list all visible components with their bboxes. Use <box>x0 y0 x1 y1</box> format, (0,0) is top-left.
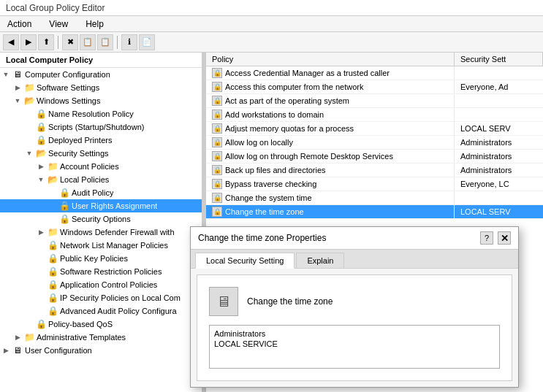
tree-node-software-restriction[interactable]: 🔒 Software Restriction Policies <box>0 265 202 278</box>
tree-node-windows-defender[interactable]: ▶ 📁 Windows Defender Firewall with <box>0 226 202 239</box>
tree-node-app-control[interactable]: 🔒 Application Control Policies <box>0 278 202 291</box>
list-row[interactable]: 🔒 Add workstations to domain <box>206 108 543 122</box>
list-cell-security-4: LOCAL SERV <box>455 122 543 135</box>
tree-expand-public-key[interactable] <box>35 253 47 264</box>
toolbar-refresh[interactable]: 📋 <box>97 34 113 50</box>
list-cell-security-1: Everyone, Ad <box>455 80 543 93</box>
tree-icon-audit-policy: 🔒 <box>58 187 70 199</box>
tree-expand-security-settings[interactable]: ▼ <box>23 147 35 159</box>
tree-label-scripts: Scripts (Startup/Shutdown) <box>48 123 144 131</box>
toolbar-properties[interactable]: 📋 <box>80 34 96 50</box>
tree-expand-windows-settings[interactable]: ▼ <box>12 95 23 107</box>
tree-expand-admin-templates[interactable]: ▶ <box>12 331 23 343</box>
tree-expand-local-policies[interactable]: ▼ <box>35 174 47 185</box>
dialog-close-button[interactable]: ✕ <box>498 231 511 245</box>
dialog-tab-local-security[interactable]: Local Security Setting <box>195 253 295 269</box>
tree-node-user-rights[interactable]: 🔒 User Rights Assignment <box>0 199 202 212</box>
tree-expand-computer-config[interactable]: ▼ <box>0 69 12 80</box>
list-cell-policy-2: 🔒 Act as part of the operating system <box>206 94 455 107</box>
toolbar-info[interactable]: ℹ <box>121 34 137 50</box>
tree-expand-scripts[interactable] <box>23 121 35 133</box>
tree-expand-software-restriction[interactable] <box>35 266 47 277</box>
tree-node-advanced-audit[interactable]: 🔒 Advanced Audit Policy Configura <box>0 304 202 318</box>
menu-help[interactable]: Help <box>81 18 108 31</box>
menu-view[interactable]: View <box>45 18 72 31</box>
tree-label-public-key: Public Key Policies <box>60 254 128 263</box>
tree-node-admin-templates[interactable]: ▶ 📁 Administrative Templates <box>0 331 202 344</box>
tree-expand-deployed-printers[interactable] <box>23 134 35 146</box>
tree-expand-network-list[interactable] <box>35 239 47 251</box>
toolbar-forward[interactable]: ▶ <box>20 34 37 50</box>
tree-node-computer-config[interactable]: ▼ 🖥 Computer Configuration <box>0 68 202 81</box>
tree-node-network-list[interactable]: 🔒 Network List Manager Policies <box>0 239 202 252</box>
tree-container: ▼ 🖥 Computer Configuration ▶ 📁 Software … <box>0 68 202 357</box>
tree-expand-name-resolution[interactable] <box>23 108 35 120</box>
tree-expand-policy-qos[interactable] <box>23 318 35 330</box>
list-row[interactable]: 🔒 Allow log on locally Administrators <box>206 136 543 150</box>
tree-node-security-options[interactable]: 🔒 Security Options <box>0 212 202 226</box>
tree-node-policy-qos[interactable]: 🔒 Policy-based QoS <box>0 318 202 331</box>
tree-label-local-policies: Local Policies <box>60 175 109 184</box>
toolbar-up[interactable]: ⬆ <box>38 34 54 50</box>
tree-node-name-resolution[interactable]: 🔒 Name Resolution Policy <box>0 107 202 120</box>
tree-node-audit-policy[interactable]: 🔒 Audit Policy <box>0 186 202 199</box>
title-text: Local Group Policy Editor <box>6 3 105 13</box>
tree-node-deployed-printers[interactable]: 🔒 Deployed Printers <box>0 134 202 147</box>
tree-expand-user-config[interactable]: ▶ <box>0 345 12 356</box>
tree-node-scripts[interactable]: 🔒 Scripts (Startup/Shutdown) <box>0 120 202 134</box>
row-icon-0: 🔒 <box>212 68 222 78</box>
toolbar-separator-1 <box>58 36 58 49</box>
list-row[interactable]: 🔒 Allow log on through Remote Desktop Se… <box>206 150 543 164</box>
tree-label-admin-templates: Administrative Templates <box>37 333 126 342</box>
list-row[interactable]: 🔒 Change the system time <box>206 191 543 205</box>
list-cell-security-6: Administrators <box>455 150 543 163</box>
tree-node-account-policies[interactable]: ▶ 📁 Account Policies <box>0 160 202 173</box>
list-row[interactable]: 🔒 Back up files and directories Administ… <box>206 164 543 177</box>
col-header-security[interactable]: Security Sett <box>455 53 543 66</box>
tree-node-windows-settings[interactable]: ▼ 📂 Windows Settings <box>0 94 202 107</box>
dialog-help-button[interactable]: ? <box>480 231 493 245</box>
tree-expand-audit-policy[interactable] <box>47 187 58 199</box>
col-header-policy[interactable]: Policy <box>206 53 455 66</box>
tree-label-account-policies: Account Policies <box>60 162 119 171</box>
tree-node-software-settings[interactable]: ▶ 📁 Software Settings <box>0 81 202 94</box>
list-row[interactable]: 🔒 Change the time zone LOCAL SERV <box>206 205 543 219</box>
tree-expand-security-options[interactable] <box>47 213 58 225</box>
list-cell-security-8: Everyone, LC <box>455 177 543 191</box>
toolbar-back[interactable]: ◀ <box>3 34 19 50</box>
list-cell-security-10: LOCAL SERV <box>455 205 543 218</box>
list-row[interactable]: 🔒 Act as part of the operating system <box>206 94 543 108</box>
tree-label-deployed-printers: Deployed Printers <box>48 136 112 145</box>
list-cell-policy-10: 🔒 Change the time zone <box>206 205 455 218</box>
tree-expand-app-control[interactable] <box>35 279 47 291</box>
tree-panel[interactable]: Local Computer Policy ▼ 🖥 Computer Confi… <box>0 53 203 392</box>
dialog-accounts-section[interactable]: Administrators LOCAL SERVICE <box>209 325 500 369</box>
tree-node-ip-security[interactable]: 🔒 IP Security Policies on Local Com <box>0 291 202 304</box>
list-row[interactable]: 🔒 Access Credential Manager as a trusted… <box>206 66 543 80</box>
tree-expand-ip-security[interactable] <box>35 292 47 304</box>
tree-icon-security-settings: 📂 <box>35 147 47 159</box>
tree-node-user-config[interactable]: ▶ 🖥 User Configuration <box>0 344 202 357</box>
toolbar-export[interactable]: 📄 <box>139 34 155 50</box>
dialog-policy-section: 🖥 Change the time zone <box>209 287 500 316</box>
list-row[interactable]: 🔒 Adjust memory quotas for a process LOC… <box>206 122 543 136</box>
tree-expand-account-policies[interactable]: ▶ <box>35 161 47 172</box>
menu-action[interactable]: Action <box>3 18 36 31</box>
toolbar-delete[interactable]: ✖ <box>62 34 78 50</box>
dialog-tab-explain[interactable]: Explain <box>296 253 344 268</box>
tree-expand-advanced-audit[interactable] <box>35 305 47 317</box>
list-cell-policy-4: 🔒 Adjust memory quotas for a process <box>206 122 455 135</box>
list-policy-text-10: Change the time zone <box>225 207 304 216</box>
tree-label-windows-settings: Windows Settings <box>37 96 100 105</box>
tree-expand-user-rights[interactable] <box>47 200 58 212</box>
list-row[interactable]: 🔒 Access this computer from the network … <box>206 80 543 94</box>
list-policy-text-7: Back up files and directories <box>225 166 326 174</box>
tree-node-public-key[interactable]: 🔒 Public Key Policies <box>0 252 202 265</box>
tree-expand-software-settings[interactable]: ▶ <box>12 82 23 93</box>
list-row[interactable]: 🔒 Bypass traverse checking Everyone, LC <box>206 177 543 191</box>
tree-icon-local-policies: 📂 <box>47 174 58 185</box>
tree-node-security-settings[interactable]: ▼ 📂 Security Settings <box>0 147 202 160</box>
tree-node-local-policies[interactable]: ▼ 📂 Local Policies <box>0 173 202 186</box>
tree-expand-windows-defender[interactable]: ▶ <box>35 226 47 238</box>
tree-label-security-options: Security Options <box>72 215 131 223</box>
